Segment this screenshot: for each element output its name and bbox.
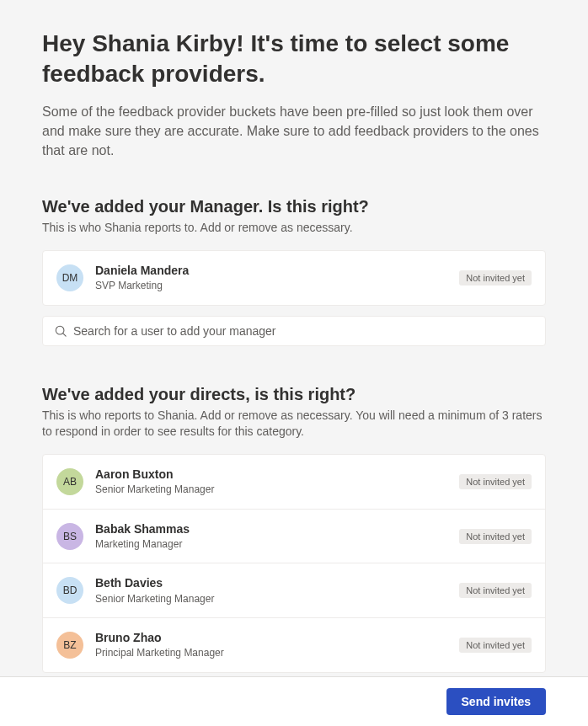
avatar: DM: [56, 264, 83, 291]
status-badge: Not invited yet: [459, 583, 532, 598]
person-row[interactable]: BS Babak Shammas Marketing Manager Not i…: [43, 510, 545, 564]
manager-search-box[interactable]: [42, 316, 546, 346]
person-name: Beth Davies: [95, 575, 459, 590]
manager-list: DM Daniela Mandera SVP Marketing Not inv…: [42, 250, 546, 306]
avatar: AB: [56, 468, 83, 495]
page-subtitle: Some of the feedback provider buckets ha…: [42, 102, 546, 161]
send-invites-button[interactable]: Send invites: [446, 688, 546, 715]
svg-line-1: [63, 333, 67, 336]
avatar: BS: [56, 523, 83, 550]
page-title: Hey Shania Kirby! It's time to select so…: [42, 29, 546, 90]
footer: Send invites: [0, 676, 588, 726]
person-row[interactable]: BD Beth Davies Senior Marketing Manager …: [43, 563, 545, 618]
person-role: Senior Marketing Manager: [95, 483, 459, 497]
status-badge: Not invited yet: [459, 474, 532, 489]
avatar: BZ: [56, 632, 83, 659]
manager-section-subtitle: This is who Shania reports to. Add or re…: [42, 220, 546, 237]
person-role: Marketing Manager: [95, 538, 459, 552]
directs-section: We've added your directs, is this right?…: [42, 385, 546, 673]
person-info: Daniela Mandera SVP Marketing: [95, 263, 459, 293]
person-role: Principal Marketing Manager: [95, 647, 459, 660]
person-info: Bruno Zhao Principal Marketing Manager: [95, 630, 459, 660]
person-info: Babak Shammas Marketing Manager: [95, 521, 459, 552]
person-info: Aaron Buxton Senior Marketing Manager: [95, 467, 459, 497]
directs-list: AB Aaron Buxton Senior Marketing Manager…: [42, 454, 546, 673]
person-row[interactable]: DM Daniela Mandera SVP Marketing Not inv…: [43, 251, 545, 305]
search-icon: [55, 325, 67, 337]
directs-section-subtitle: This is who reports to Shania. Add or re…: [42, 408, 546, 440]
person-name: Babak Shammas: [95, 521, 459, 536]
status-badge: Not invited yet: [459, 270, 532, 286]
status-badge: Not invited yet: [459, 529, 532, 544]
person-name: Bruno Zhao: [95, 630, 459, 645]
manager-section: We've added your Manager. Is this right?…: [42, 197, 546, 345]
person-info: Beth Davies Senior Marketing Manager: [95, 575, 459, 606]
person-role: Senior Marketing Manager: [95, 593, 459, 606]
person-row[interactable]: AB Aaron Buxton Senior Marketing Manager…: [43, 455, 545, 510]
person-name: Aaron Buxton: [95, 467, 459, 482]
person-role: SVP Marketing: [95, 280, 459, 293]
manager-section-title: We've added your Manager. Is this right?: [42, 197, 546, 216]
avatar: BD: [56, 577, 83, 604]
status-badge: Not invited yet: [459, 638, 532, 653]
manager-search-input[interactable]: [73, 324, 533, 338]
person-row[interactable]: BZ Bruno Zhao Principal Marketing Manage…: [43, 618, 545, 672]
directs-section-title: We've added your directs, is this right?: [42, 385, 546, 404]
person-name: Daniela Mandera: [95, 263, 459, 278]
